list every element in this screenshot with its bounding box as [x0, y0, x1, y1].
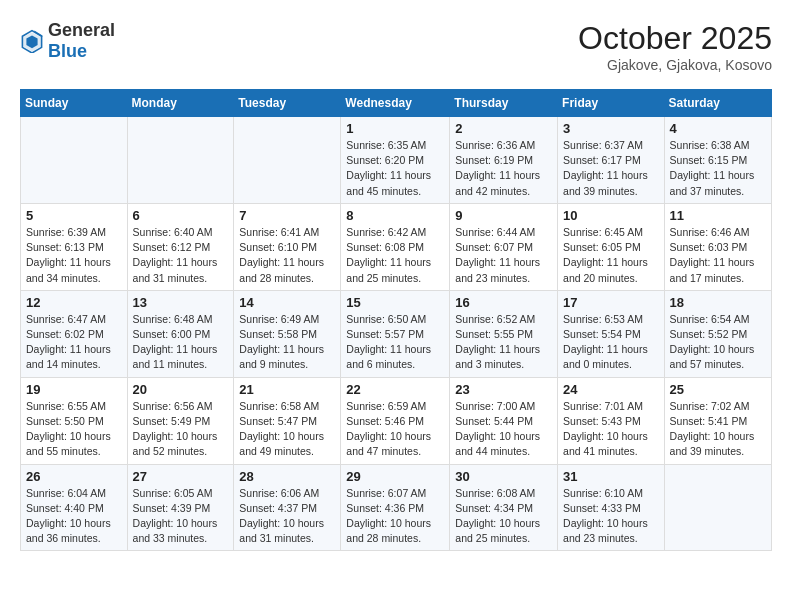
calendar-cell: 6Sunrise: 6:40 AMSunset: 6:12 PMDaylight…	[127, 203, 234, 290]
day-info: Sunrise: 6:39 AMSunset: 6:13 PMDaylight:…	[26, 225, 122, 286]
day-number: 29	[346, 469, 444, 484]
day-info: Sunrise: 6:50 AMSunset: 5:57 PMDaylight:…	[346, 312, 444, 373]
day-info: Sunrise: 6:04 AMSunset: 4:40 PMDaylight:…	[26, 486, 122, 547]
day-number: 21	[239, 382, 335, 397]
day-number: 12	[26, 295, 122, 310]
day-info: Sunrise: 6:49 AMSunset: 5:58 PMDaylight:…	[239, 312, 335, 373]
day-info: Sunrise: 6:53 AMSunset: 5:54 PMDaylight:…	[563, 312, 659, 373]
day-info: Sunrise: 6:40 AMSunset: 6:12 PMDaylight:…	[133, 225, 229, 286]
day-info: Sunrise: 6:52 AMSunset: 5:55 PMDaylight:…	[455, 312, 552, 373]
calendar-cell: 1Sunrise: 6:35 AMSunset: 6:20 PMDaylight…	[341, 117, 450, 204]
day-number: 10	[563, 208, 659, 223]
day-number: 30	[455, 469, 552, 484]
header-friday: Friday	[558, 90, 665, 117]
logo-blue: Blue	[48, 41, 87, 61]
day-info: Sunrise: 6:58 AMSunset: 5:47 PMDaylight:…	[239, 399, 335, 460]
calendar-cell: 25Sunrise: 7:02 AMSunset: 5:41 PMDayligh…	[664, 377, 771, 464]
day-info: Sunrise: 6:44 AMSunset: 6:07 PMDaylight:…	[455, 225, 552, 286]
day-number: 18	[670, 295, 766, 310]
page-header: General Blue October 2025 Gjakove, Gjako…	[20, 20, 772, 73]
calendar-cell: 12Sunrise: 6:47 AMSunset: 6:02 PMDayligh…	[21, 290, 128, 377]
day-number: 20	[133, 382, 229, 397]
day-info: Sunrise: 6:06 AMSunset: 4:37 PMDaylight:…	[239, 486, 335, 547]
calendar-cell	[234, 117, 341, 204]
day-number: 5	[26, 208, 122, 223]
calendar-cell	[127, 117, 234, 204]
calendar-cell: 4Sunrise: 6:38 AMSunset: 6:15 PMDaylight…	[664, 117, 771, 204]
day-number: 1	[346, 121, 444, 136]
day-info: Sunrise: 6:38 AMSunset: 6:15 PMDaylight:…	[670, 138, 766, 199]
header-thursday: Thursday	[450, 90, 558, 117]
calendar-cell: 29Sunrise: 6:07 AMSunset: 4:36 PMDayligh…	[341, 464, 450, 551]
day-number: 17	[563, 295, 659, 310]
calendar-cell: 27Sunrise: 6:05 AMSunset: 4:39 PMDayligh…	[127, 464, 234, 551]
day-info: Sunrise: 7:01 AMSunset: 5:43 PMDaylight:…	[563, 399, 659, 460]
calendar-week-row: 5Sunrise: 6:39 AMSunset: 6:13 PMDaylight…	[21, 203, 772, 290]
location-subtitle: Gjakove, Gjakova, Kosovo	[578, 57, 772, 73]
day-number: 22	[346, 382, 444, 397]
day-number: 26	[26, 469, 122, 484]
logo-general: General	[48, 20, 115, 40]
calendar-cell	[21, 117, 128, 204]
day-number: 31	[563, 469, 659, 484]
calendar-cell	[664, 464, 771, 551]
day-number: 15	[346, 295, 444, 310]
day-number: 23	[455, 382, 552, 397]
day-info: Sunrise: 7:00 AMSunset: 5:44 PMDaylight:…	[455, 399, 552, 460]
calendar-cell: 31Sunrise: 6:10 AMSunset: 4:33 PMDayligh…	[558, 464, 665, 551]
day-number: 11	[670, 208, 766, 223]
day-info: Sunrise: 6:46 AMSunset: 6:03 PMDaylight:…	[670, 225, 766, 286]
calendar-cell: 30Sunrise: 6:08 AMSunset: 4:34 PMDayligh…	[450, 464, 558, 551]
calendar-cell: 14Sunrise: 6:49 AMSunset: 5:58 PMDayligh…	[234, 290, 341, 377]
calendar-cell: 16Sunrise: 6:52 AMSunset: 5:55 PMDayligh…	[450, 290, 558, 377]
calendar-cell: 5Sunrise: 6:39 AMSunset: 6:13 PMDaylight…	[21, 203, 128, 290]
header-sunday: Sunday	[21, 90, 128, 117]
day-number: 6	[133, 208, 229, 223]
day-number: 24	[563, 382, 659, 397]
title-area: October 2025 Gjakove, Gjakova, Kosovo	[578, 20, 772, 73]
calendar-cell: 13Sunrise: 6:48 AMSunset: 6:00 PMDayligh…	[127, 290, 234, 377]
calendar-cell: 2Sunrise: 6:36 AMSunset: 6:19 PMDaylight…	[450, 117, 558, 204]
header-saturday: Saturday	[664, 90, 771, 117]
calendar-cell: 19Sunrise: 6:55 AMSunset: 5:50 PMDayligh…	[21, 377, 128, 464]
day-number: 4	[670, 121, 766, 136]
month-title: October 2025	[578, 20, 772, 57]
day-number: 7	[239, 208, 335, 223]
day-number: 9	[455, 208, 552, 223]
day-number: 25	[670, 382, 766, 397]
calendar-cell: 9Sunrise: 6:44 AMSunset: 6:07 PMDaylight…	[450, 203, 558, 290]
calendar-week-row: 26Sunrise: 6:04 AMSunset: 4:40 PMDayligh…	[21, 464, 772, 551]
day-info: Sunrise: 6:05 AMSunset: 4:39 PMDaylight:…	[133, 486, 229, 547]
day-info: Sunrise: 6:47 AMSunset: 6:02 PMDaylight:…	[26, 312, 122, 373]
calendar-cell: 10Sunrise: 6:45 AMSunset: 6:05 PMDayligh…	[558, 203, 665, 290]
day-info: Sunrise: 6:45 AMSunset: 6:05 PMDaylight:…	[563, 225, 659, 286]
calendar-week-row: 12Sunrise: 6:47 AMSunset: 6:02 PMDayligh…	[21, 290, 772, 377]
logo: General Blue	[20, 20, 115, 62]
day-number: 13	[133, 295, 229, 310]
calendar-cell: 15Sunrise: 6:50 AMSunset: 5:57 PMDayligh…	[341, 290, 450, 377]
calendar-cell: 11Sunrise: 6:46 AMSunset: 6:03 PMDayligh…	[664, 203, 771, 290]
calendar-cell: 23Sunrise: 7:00 AMSunset: 5:44 PMDayligh…	[450, 377, 558, 464]
day-info: Sunrise: 6:35 AMSunset: 6:20 PMDaylight:…	[346, 138, 444, 199]
day-info: Sunrise: 6:08 AMSunset: 4:34 PMDaylight:…	[455, 486, 552, 547]
day-number: 27	[133, 469, 229, 484]
day-info: Sunrise: 6:42 AMSunset: 6:08 PMDaylight:…	[346, 225, 444, 286]
calendar-week-row: 1Sunrise: 6:35 AMSunset: 6:20 PMDaylight…	[21, 117, 772, 204]
day-info: Sunrise: 6:36 AMSunset: 6:19 PMDaylight:…	[455, 138, 552, 199]
calendar-cell: 18Sunrise: 6:54 AMSunset: 5:52 PMDayligh…	[664, 290, 771, 377]
logo-icon	[20, 29, 44, 53]
calendar-cell: 20Sunrise: 6:56 AMSunset: 5:49 PMDayligh…	[127, 377, 234, 464]
day-info: Sunrise: 7:02 AMSunset: 5:41 PMDaylight:…	[670, 399, 766, 460]
calendar-week-row: 19Sunrise: 6:55 AMSunset: 5:50 PMDayligh…	[21, 377, 772, 464]
day-info: Sunrise: 6:56 AMSunset: 5:49 PMDaylight:…	[133, 399, 229, 460]
header-wednesday: Wednesday	[341, 90, 450, 117]
day-number: 3	[563, 121, 659, 136]
day-number: 28	[239, 469, 335, 484]
calendar-cell: 24Sunrise: 7:01 AMSunset: 5:43 PMDayligh…	[558, 377, 665, 464]
calendar-header-row: SundayMondayTuesdayWednesdayThursdayFrid…	[21, 90, 772, 117]
day-info: Sunrise: 6:55 AMSunset: 5:50 PMDaylight:…	[26, 399, 122, 460]
calendar-cell: 21Sunrise: 6:58 AMSunset: 5:47 PMDayligh…	[234, 377, 341, 464]
calendar-cell: 28Sunrise: 6:06 AMSunset: 4:37 PMDayligh…	[234, 464, 341, 551]
day-info: Sunrise: 6:59 AMSunset: 5:46 PMDaylight:…	[346, 399, 444, 460]
calendar-cell: 26Sunrise: 6:04 AMSunset: 4:40 PMDayligh…	[21, 464, 128, 551]
